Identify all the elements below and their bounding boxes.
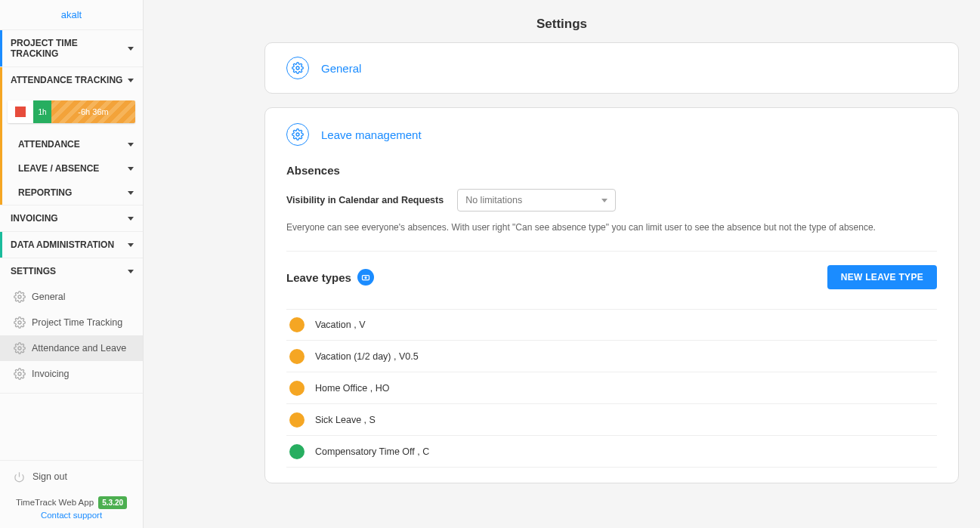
nav-data-admin[interactable]: DATA ADMINISTRATION xyxy=(0,232,143,258)
card-general[interactable]: General xyxy=(264,42,959,94)
contact-support-link[interactable]: Contact support xyxy=(41,511,102,520)
leave-type-row[interactable]: Compensatory Time Off , C xyxy=(286,436,937,468)
page-title: Settings xyxy=(144,0,980,42)
tracker-remaining: -6h 36m xyxy=(51,100,135,123)
info-badge-icon[interactable] xyxy=(357,269,374,286)
leave-type-label: Vacation (1/2 day) , V0.5 xyxy=(315,351,419,362)
sign-out-button[interactable]: Sign out xyxy=(14,471,134,483)
chevron-down-icon xyxy=(128,47,134,51)
card-leave-head[interactable]: Leave management xyxy=(286,123,937,146)
svg-point-3 xyxy=(18,372,21,375)
chevron-down-icon xyxy=(128,270,134,273)
color-dot-icon xyxy=(289,381,305,396)
nav-project-time[interactable]: PROJECT TIME TRACKING xyxy=(0,30,143,66)
attendance-tracker-bar[interactable]: 1h -6h 36m xyxy=(8,100,135,123)
settings-item-invoicing[interactable]: Invoicing xyxy=(0,361,143,387)
color-dot-icon xyxy=(289,412,305,428)
nav-data-admin-label: DATA ADMINISTRATION xyxy=(11,239,114,250)
leave-type-label: Sick Leave , S xyxy=(315,415,376,425)
chevron-down-icon xyxy=(128,191,134,195)
leave-type-label: Compensatory Time Off , C xyxy=(315,446,429,457)
svg-point-6 xyxy=(296,133,299,136)
main-content: Settings General Leave management Absenc… xyxy=(144,0,980,528)
nav-project-time-label: PROJECT TIME TRACKING xyxy=(11,38,128,59)
sidebar: akalt PROJECT TIME TRACKING ATTENDANCE T… xyxy=(0,0,144,528)
nav-sub-leave[interactable]: LEAVE / ABSENCE xyxy=(0,156,143,181)
svg-rect-7 xyxy=(362,276,369,280)
nav-sub-attendance[interactable]: ATTENDANCE xyxy=(0,132,143,156)
chevron-down-icon xyxy=(128,143,134,147)
leave-type-row[interactable]: Vacation (1/2 day) , V0.5 xyxy=(286,341,937,372)
leave-type-row[interactable]: Vacation , V xyxy=(286,309,937,341)
nav-attendance[interactable]: ATTENDANCE TRACKING xyxy=(0,67,143,93)
card-leave-management: Leave management Absences Visibility in … xyxy=(264,107,959,483)
svg-point-1 xyxy=(18,321,21,324)
svg-point-8 xyxy=(365,277,366,279)
absences-heading: Absences xyxy=(286,164,937,177)
new-leave-type-button[interactable]: NEW LEAVE TYPE xyxy=(827,265,937,289)
gear-icon xyxy=(14,368,26,380)
gear-icon xyxy=(286,123,309,146)
gear-icon xyxy=(286,57,309,79)
version-badge: 5.3.20 xyxy=(98,496,127,509)
sidebar-user[interactable]: akalt xyxy=(0,0,143,30)
svg-point-2 xyxy=(18,347,21,350)
leave-type-row[interactable]: Home Office , HO xyxy=(286,372,937,404)
nav-settings[interactable]: SETTINGS xyxy=(0,258,143,284)
settings-item-ptt[interactable]: Project Time Tracking xyxy=(0,310,143,335)
color-dot-icon xyxy=(289,349,305,364)
color-dot-icon xyxy=(289,444,305,459)
tracker-elapsed: 1h xyxy=(33,100,51,123)
nav-invoicing-label: INVOICING xyxy=(11,213,58,224)
leave-type-label: Home Office , HO xyxy=(315,383,389,394)
leave-type-row[interactable]: Sick Leave , S xyxy=(286,404,937,436)
app-name: TimeTrack Web App xyxy=(16,498,94,507)
leave-type-list: Vacation , VVacation (1/2 day) , V0.5Hom… xyxy=(286,309,937,468)
svg-point-0 xyxy=(18,295,21,298)
settings-item-attendance-leave[interactable]: Attendance and Leave xyxy=(0,335,143,361)
card-leave-title: Leave management xyxy=(321,128,422,141)
color-dot-icon xyxy=(289,317,305,332)
sidebar-footer: TimeTrack Web App 5.3.20 Contact support xyxy=(0,490,143,529)
visibility-select[interactable]: No limitations xyxy=(457,189,616,212)
stop-icon xyxy=(15,107,26,117)
nav-settings-label: SETTINGS xyxy=(11,266,56,276)
nav-attendance-label: ATTENDANCE TRACKING xyxy=(11,75,122,85)
leave-types-heading: Leave types xyxy=(286,271,351,284)
visibility-label: Visibility in Calendar and Requests xyxy=(286,195,444,205)
card-general-title: General xyxy=(321,62,361,75)
chevron-down-icon xyxy=(128,217,134,221)
user-name-link[interactable]: akalt xyxy=(61,9,82,20)
gear-icon xyxy=(14,291,26,303)
visibility-hint: Everyone can see everyone's absences. Wi… xyxy=(286,222,937,233)
svg-point-5 xyxy=(296,66,299,69)
power-icon xyxy=(14,471,25,483)
tracker-stop-button[interactable] xyxy=(8,100,33,123)
nav-sub-reporting[interactable]: REPORTING xyxy=(0,181,143,205)
chevron-down-icon xyxy=(128,243,134,247)
settings-item-general[interactable]: General xyxy=(0,284,143,310)
divider xyxy=(286,251,937,252)
gear-icon xyxy=(14,342,26,354)
visibility-select-value: No limitations xyxy=(465,195,522,205)
leave-type-label: Vacation , V xyxy=(315,320,365,330)
gear-icon xyxy=(14,316,26,329)
chevron-down-icon xyxy=(128,167,134,171)
chevron-down-icon xyxy=(128,79,134,82)
chevron-down-icon xyxy=(601,199,607,202)
nav-invoicing[interactable]: INVOICING xyxy=(0,205,143,231)
